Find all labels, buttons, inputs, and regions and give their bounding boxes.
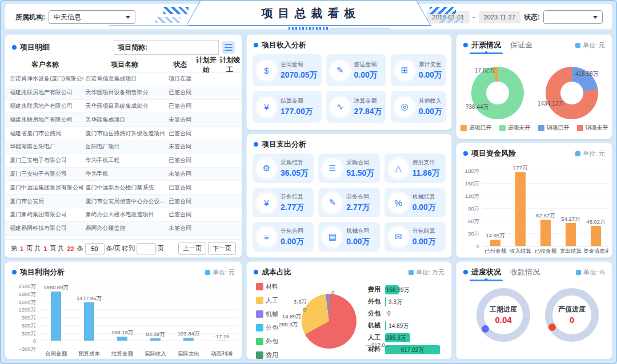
pie-value-label: 285.3万	[279, 321, 298, 329]
cell-project: 天华园项目设备销售部分	[83, 88, 166, 96]
table-row[interactable]: 厦门象屿集团有限公司象屿办公大楼水电改造项目已签合同	[5, 208, 242, 222]
stat-label: 机械合同	[346, 227, 370, 235]
tab-progress-status[interactable]: 进度状况	[471, 267, 501, 277]
coins-icon: ◎	[395, 97, 415, 117]
status-select[interactable]	[543, 10, 603, 24]
decor-slashes-right	[430, 7, 456, 14]
cell-project: 厦门市仙岳路路灯升级改造项目	[83, 130, 166, 137]
cell-status: 已签合同	[166, 156, 195, 164]
stat-text: 分包结算0.00万	[412, 227, 436, 247]
table-row[interactable]: 厦门三安电子有限公司华为手机未签合同	[5, 168, 242, 181]
cell-project: 华为手机工程	[83, 156, 166, 164]
title-banner: 项目总裁看板	[186, 0, 431, 26]
stat-card: ¥结算金额177.00万	[253, 91, 322, 123]
table-row[interactable]: 福建兆联房地产有限公司天华园集成项目未签合同	[5, 113, 242, 127]
table-row[interactable]: 厦门中远运集团发展有限公司厦门中远新办公楼门禁系统已签合同	[5, 181, 242, 195]
income-cards: $合同金额2070.05万✎签证金额0.00万⊞累计变更0.00万¥结算金额17…	[247, 53, 451, 128]
cell-project: 天华园项目系统集成部分	[83, 102, 166, 110]
prev-page-button[interactable]: 上一页	[178, 242, 206, 255]
table-row[interactable]: 福建易网科技有限公司易网办公楼监控未签合同	[5, 222, 242, 236]
tab-collection-status[interactable]: 收款情况	[510, 267, 540, 277]
bar-value-label: 177万	[498, 164, 543, 172]
legend-item: 进项已开	[460, 124, 492, 132]
stat-text: 机械结算0.00万	[412, 193, 436, 213]
pie-value-label: 617.0...	[366, 342, 390, 348]
table-row[interactable]: 华能湖南岳阳电厂岳阳电厂项目未签合同	[5, 140, 242, 154]
donut-value-label: 736.44万	[466, 103, 489, 111]
cost-bar-value: 0	[387, 310, 391, 317]
stat-card: ¥劳务结算2.77万	[253, 188, 314, 217]
list-icon[interactable]	[222, 41, 235, 54]
cost-bar-track: 14.89万	[385, 321, 446, 330]
table-row[interactable]: 厦门三安电子有限公司华为手机工程已签合同	[5, 154, 242, 168]
stat-text: 机械合同0.00万	[346, 227, 370, 247]
legend-label: 材料	[266, 282, 278, 291]
cost-bar-track: 617.02万	[385, 345, 446, 354]
y-tick: 150万	[461, 180, 479, 188]
cost-bar-row: 外包3.3万	[368, 296, 446, 308]
stat-value: 0.00万	[354, 70, 378, 80]
col-plan-start: 计划开始	[194, 55, 218, 75]
unit-square-icon	[576, 270, 581, 275]
stat-value: 0.00万	[346, 237, 370, 247]
legend-swatch	[256, 297, 263, 304]
tab-invoice-status[interactable]: 开票情况	[471, 40, 501, 50]
pager-text: 页	[158, 244, 164, 253]
chevron-down-icon	[593, 16, 598, 19]
bar	[117, 337, 127, 341]
unit-square-icon	[575, 151, 580, 156]
legend-item: 销项已开	[538, 124, 570, 132]
stat-label: 采购结算	[281, 159, 308, 167]
next-page-button[interactable]: 下一页	[208, 242, 236, 255]
y-tick: 1500万	[10, 299, 36, 306]
invoice-legend: 进项已开进项未开销项已开销项未开	[456, 124, 612, 132]
stat-label: 合同金额	[281, 60, 318, 68]
stat-card: ⚙采购结算36.05万	[253, 153, 314, 183]
pager-text: 第	[11, 244, 17, 253]
page-size-input[interactable]	[85, 243, 105, 254]
org-select[interactable]: 中天信息	[49, 10, 135, 24]
tab-deposit[interactable]: 保证金	[510, 40, 532, 50]
bar-value-label: 1477.96万	[66, 295, 112, 302]
table-row[interactable]: 福建省厦门市公路局厦门市仙岳路路灯升级改造项目已签合同	[5, 127, 242, 140]
stat-label: 分包合同	[281, 227, 304, 235]
unit-badge: 单位: 元	[575, 149, 605, 158]
y-tick: 300万	[10, 330, 36, 338]
stat-card: %机械结算0.00万	[384, 188, 446, 217]
date-to-input[interactable]: 2023-11-27	[479, 11, 520, 23]
cell-customer: 福建兆联房地产有限公司	[5, 102, 83, 110]
decor-slashes-right-light	[438, 17, 463, 23]
cell-customer: 百诺肯净水设备(厦门)有限公司	[5, 75, 83, 83]
total-records: 22	[66, 245, 75, 252]
gauge-dot-icon	[482, 325, 489, 333]
table-row[interactable]: 百诺肯净水设备(厦门)有限公司百诺肯信息集成项目项目在建	[5, 72, 242, 86]
decor-slashes-left-light	[155, 17, 181, 23]
table-row[interactable]: 福建兆联房地产有限公司变电项目（1x800KVA吊顶柜）未签合同	[5, 236, 242, 237]
bar	[591, 226, 601, 246]
cost-bar-fill	[385, 297, 386, 306]
goto-page-input[interactable]	[137, 243, 156, 254]
table-row[interactable]: 厦门市公安局厦门市公安局侦查中心办公设...已签合同	[5, 195, 242, 208]
fund-risk-bar-chart: 180万150万120万90万60万30万014.65万已付金额177万收入结算…	[461, 164, 608, 255]
panel-invoice-status: 开票情况 保证金 单位: 元 进项已开进项未开销项已开销项未开 17.82万73…	[456, 34, 612, 139]
table-row[interactable]: 福建兆联房地产有限公司天华园项目设备销售部分已签合同	[5, 86, 242, 100]
project-search-input[interactable]	[151, 41, 218, 54]
pie-value-label: 3.3万	[294, 298, 307, 306]
bar	[540, 220, 551, 246]
stat-label: 签证金额	[354, 60, 378, 68]
labor-contract-icon: ✎	[322, 193, 342, 213]
legend-label: 外包	[266, 337, 278, 346]
table-row[interactable]: 福建兆联房地产有限公司天华园项目系统集成部分已签合同	[5, 100, 242, 114]
cell-customer: 福建省厦门市公路局	[5, 130, 83, 137]
purchase-contract-icon: ☰	[322, 159, 342, 179]
project-search-box: 项目简称:	[114, 40, 219, 55]
cell-status: 已签合同	[166, 197, 195, 205]
pie-value-label: 14.89万	[282, 313, 301, 321]
legend-item: 机械	[256, 310, 278, 318]
stat-label: 劳务合同	[346, 193, 370, 201]
panel-title: 项目支出分析	[262, 139, 306, 149]
unit-badge: 单位: 元	[575, 41, 605, 50]
panel-progress: 进度状况 收款情况 单位: % 工期进度0.04产值进度0	[456, 261, 612, 359]
stat-text: 劳务合同2.77万	[346, 193, 370, 213]
bar	[51, 292, 61, 341]
